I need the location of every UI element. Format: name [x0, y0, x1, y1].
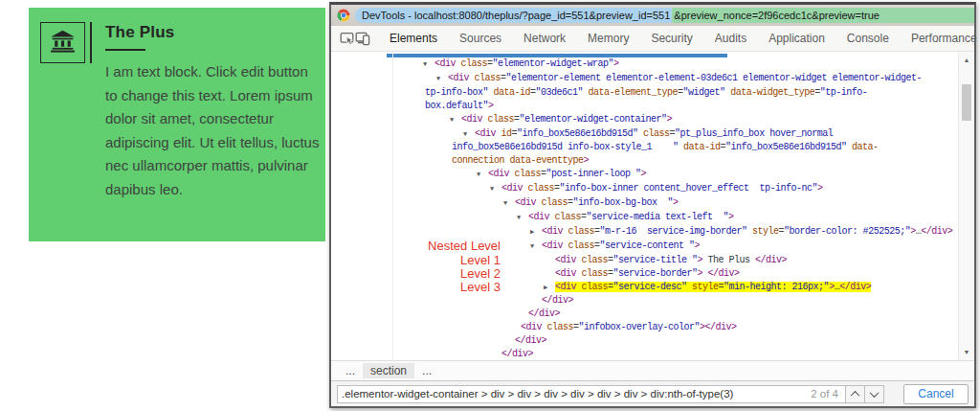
code-text: <div class="service-media text-left ">: [528, 212, 734, 222]
tree-node[interactable]: ▼<div class="post-inner-loop ">: [331, 168, 957, 182]
tree-node[interactable]: ▼<div class="service-media text-left ">: [331, 211, 957, 225]
devtools-tabs: ElementsSourcesNetworkMemorySecurityAudi…: [390, 32, 977, 45]
scroll-down-icon[interactable]: ▼: [959, 346, 974, 358]
card-title-underline: [105, 49, 145, 51]
collapse-arrow-icon[interactable]: ▼: [503, 197, 515, 211]
title-segment-blue: DevTools - localhost:8080/theplus/?page_…: [355, 8, 672, 23]
code-text: <div class="info-box-inner content_hover…: [501, 183, 823, 194]
bank-icon: [50, 30, 76, 57]
tab-elements[interactable]: Elements: [390, 32, 437, 45]
tree-node[interactable]: tp-info-box" data-id="03de6c1" data-elem…: [331, 86, 957, 100]
code-text: <div class="info-box-bg-box ">: [515, 197, 679, 208]
devtools-window: DevTools - localhost:8080/theplus/?page_…: [329, 2, 976, 408]
tree-node[interactable]: <div class="infobox-overlay-color"></div…: [331, 321, 957, 334]
tab-sources[interactable]: Sources: [459, 32, 501, 45]
collapse-arrow-icon[interactable]: ▼: [450, 114, 461, 127]
breadcrumb-item[interactable]: ...: [414, 363, 439, 378]
code-text: <div class="elementor-element elementor-…: [448, 73, 922, 83]
card-divider: [90, 22, 92, 63]
devtools-favicon: [337, 9, 350, 22]
tree-node[interactable]: </div>: [331, 334, 957, 348]
devtools-toolbar: ElementsSourcesNetworkMemorySecurityAudi…: [331, 26, 974, 52]
tree-node[interactable]: Nested Level▼<div class="service-content…: [331, 240, 957, 254]
code-text: <div class="m-r-16 service-img-border" s…: [542, 226, 952, 237]
find-next-button[interactable]: [864, 386, 883, 402]
tree-node[interactable]: ▼<div class="elementor-element elementor…: [331, 72, 957, 86]
card-title: The Plus: [105, 23, 323, 42]
code-text: connection data-eventtype>: [452, 155, 589, 166]
info-box-card: The Plus I am text block. Click edit but…: [29, 8, 325, 241]
tab-console[interactable]: Console: [847, 32, 889, 45]
tab-performance[interactable]: Performance: [911, 32, 977, 45]
scroll-up-icon[interactable]: ▲: [959, 54, 974, 66]
collapse-arrow-icon[interactable]: ▼: [463, 128, 475, 142]
expand-arrow-icon[interactable]: ▶: [544, 282, 555, 295]
tree-node[interactable]: </div>: [331, 294, 957, 308]
code-text: tp-info-box" data-id="03de6c1" data-elem…: [425, 87, 867, 98]
code-text: </div>: [528, 308, 560, 319]
find-match-count: 2 of 4: [804, 388, 845, 400]
breadcrumb-item[interactable]: section: [363, 363, 414, 378]
code-text: <div class="infobox-overlay-color"></div…: [521, 322, 737, 332]
tree-node[interactable]: ▼<div class="info-box-inner content_hove…: [331, 182, 957, 196]
chevron-down-icon: [870, 388, 880, 398]
code-text: </div>: [501, 349, 533, 359]
find-previous-button[interactable]: [845, 386, 864, 402]
code-text: <div class="service-border"> </div>: [555, 268, 740, 279]
card-description: I am text block. Click edit button to ch…: [105, 60, 323, 201]
annotation-label: Nested Level: [331, 240, 501, 253]
tab-security[interactable]: Security: [651, 32, 692, 45]
code-text: info_box5e86e16bd915d info-box-style_1 "…: [452, 142, 879, 152]
tree-node[interactable]: ▼<div id="info_box5e86e16bd915d" class="…: [331, 127, 957, 142]
elements-tree: ▼<div class="elementor-widget-wrap">▼<di…: [331, 57, 974, 360]
tree-node[interactable]: box.default">: [331, 100, 957, 113]
collapse-arrow-icon[interactable]: ▼: [436, 73, 448, 86]
chevron-up-icon: [851, 390, 860, 400]
elements-panel[interactable]: ▼<div class="elementor-widget-wrap">▼<di…: [331, 52, 974, 360]
annotation-label: Level 2: [331, 267, 501, 281]
find-input[interactable]: [338, 386, 804, 402]
tree-node[interactable]: info_box5e86e16bd915d info-box-style_1 "…: [331, 141, 957, 154]
devtools-title: DevTools - localhost:8080/theplus/?page_…: [355, 8, 974, 23]
annotation-label: Level 3: [331, 281, 501, 294]
cancel-button[interactable]: Cancel: [903, 384, 969, 404]
inspect-element-icon[interactable]: [340, 28, 355, 49]
tree-node[interactable]: </div>: [331, 348, 957, 360]
code-text: </div>: [542, 295, 573, 306]
expand-arrow-icon[interactable]: ▶: [530, 226, 542, 240]
tab-audits[interactable]: Audits: [715, 32, 746, 45]
collapse-arrow-icon[interactable]: ▼: [517, 212, 528, 225]
tree-node[interactable]: ▶<div class="m-r-16 service-img-border" …: [331, 225, 957, 240]
tab-network[interactable]: Network: [523, 32, 566, 45]
breadcrumb-bar: ...section...: [331, 360, 974, 380]
collapse-arrow-icon[interactable]: ▼: [423, 58, 434, 72]
tree-node[interactable]: Level 2<div class="service-border"> </di…: [331, 267, 957, 281]
tree-node[interactable]: ▼<div class="elementor-widget-wrap">: [331, 57, 957, 72]
tree-node[interactable]: connection data-eventtype>: [331, 154, 957, 168]
annotation-label: Level 1: [331, 254, 501, 267]
vertical-scrollbar[interactable]: ▲ ▼: [958, 52, 974, 360]
tree-node[interactable]: ▼<div class="elementor-widget-container"…: [331, 113, 957, 127]
scrollbar-thumb[interactable]: [962, 84, 971, 121]
tree-node[interactable]: Level 3▶<div class="service-desc" style=…: [331, 281, 957, 295]
devtools-titlebar[interactable]: DevTools - localhost:8080/theplus/?page_…: [331, 5, 974, 26]
code-text: <div class="post-inner-loop ">: [488, 169, 646, 179]
collapse-arrow-icon[interactable]: ▼: [477, 169, 488, 182]
tab-memory[interactable]: Memory: [588, 32, 629, 45]
code-text: <div class="service-content ">: [542, 240, 700, 251]
breadcrumb-item[interactable]: ...: [338, 363, 363, 378]
tree-node[interactable]: </div>: [331, 308, 957, 321]
code-text: </div>: [515, 335, 546, 346]
card-icon-frame: [40, 22, 85, 63]
code-text: <div class="service-title "> The Plus </…: [555, 255, 787, 265]
tree-node[interactable]: Level 1<div class="service-title "> The …: [331, 254, 957, 267]
find-box: 2 of 4: [337, 385, 884, 403]
tab-application[interactable]: Application: [768, 32, 825, 45]
code-text: <div class="service-desc" style="min-hei…: [555, 282, 871, 292]
title-segment-green: &preview_nonce=2f96cedc1c&preview=true: [672, 8, 974, 23]
device-toolbar-icon[interactable]: [355, 28, 370, 49]
tree-node[interactable]: ▼<div class="info-box-bg-box ">: [331, 196, 957, 211]
collapse-arrow-icon[interactable]: ▼: [530, 240, 542, 254]
collapse-arrow-icon[interactable]: ▼: [490, 183, 501, 196]
find-bar: 2 of 4 Cancel: [331, 380, 974, 406]
